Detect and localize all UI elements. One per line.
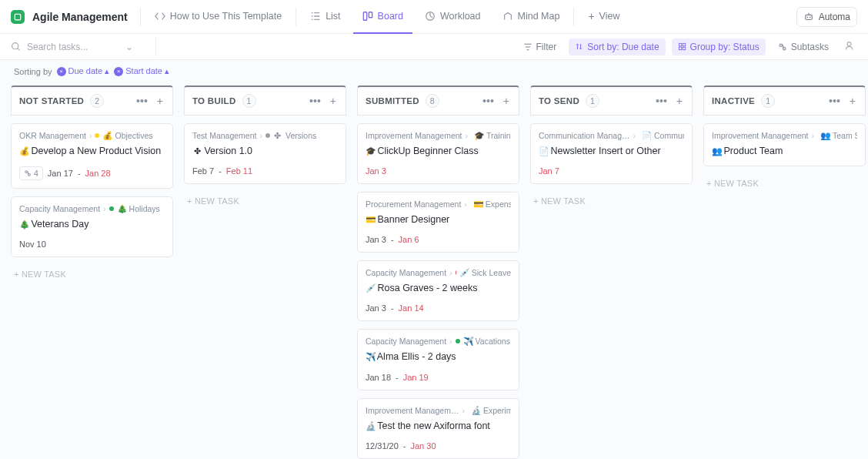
task-card[interactable]: Procurement Management›💳Expenses💳 Banner… xyxy=(357,192,519,253)
svg-point-5 xyxy=(806,16,808,18)
board: NOT STARTED2•••+OKR Management›💰Objectiv… xyxy=(0,79,868,459)
task-meta: 12/31/20-Jan 30 xyxy=(366,441,511,451)
task-meta: Jan 7 xyxy=(539,166,684,176)
task-card[interactable]: OKR Management›💰Objectives💰 Develop a Ne… xyxy=(11,123,173,189)
task-card[interactable]: Capacity Management›🎄Holidays🎄 Veterans … xyxy=(11,196,173,257)
column-menu-icon[interactable]: ••• xyxy=(135,95,149,107)
svg-rect-8 xyxy=(679,43,681,45)
task-meta: Jan 3-Jan 6 xyxy=(366,235,511,244)
crumb-folder: Experime… xyxy=(483,406,511,415)
groupby-button[interactable]: Group by: Status xyxy=(672,39,766,55)
tab-list[interactable]: List xyxy=(301,0,349,34)
svg-point-6 xyxy=(810,16,811,18)
folder-emoji-icon: 📄 xyxy=(642,131,651,140)
task-emoji-icon: ✈️ xyxy=(366,352,375,361)
date-due: Jan 7 xyxy=(539,166,559,176)
task-emoji-icon: 💳 xyxy=(366,215,375,224)
task-emoji-icon: 🎓 xyxy=(366,146,375,156)
tab-label: How to Use This Template xyxy=(170,11,282,22)
column-header[interactable]: TO BUILD1•••+ xyxy=(184,85,346,116)
task-emoji-icon: 🔬 xyxy=(366,421,375,431)
column-menu-icon[interactable]: ••• xyxy=(654,95,669,107)
task-card[interactable]: Communication Manag…›📄Communica…📄 Newsle… xyxy=(530,123,693,184)
column-count: 1 xyxy=(242,94,256,108)
filter-button[interactable]: Filter xyxy=(517,39,563,55)
task-title: 🎓 ClickUp Beginner Class xyxy=(366,144,511,158)
filter-label: Filter xyxy=(536,42,557,52)
new-task-button[interactable]: + NEW TASK xyxy=(184,192,346,210)
task-card[interactable]: Improvement Management›🎓Trainings🎓 Click… xyxy=(357,123,519,184)
subtask-badge[interactable]: 4 xyxy=(19,166,43,180)
column-name: TO BUILD xyxy=(192,96,236,106)
crumb-folder: Team Status xyxy=(833,131,857,140)
date-start: Jan 18 xyxy=(366,373,391,382)
chevron-down-icon[interactable]: ⌄ xyxy=(125,42,133,52)
plus-icon: + xyxy=(588,10,594,22)
tab-workload[interactable]: Workload xyxy=(416,0,490,34)
breadcrumb: Capacity Management›✈️Vacations xyxy=(366,337,511,346)
sort-chip-duedate[interactable]: ×Due date ▴ xyxy=(57,66,110,76)
crumb-list: Capacity Management xyxy=(366,268,446,277)
svg-rect-0 xyxy=(15,14,21,20)
assignee-filter-icon[interactable] xyxy=(841,38,857,56)
crumb-list: Procurement Management xyxy=(366,199,461,209)
column-menu-icon[interactable]: ••• xyxy=(827,95,842,107)
date-due: Jan 14 xyxy=(399,303,424,313)
column-header[interactable]: SUBMITTED8•••+ xyxy=(357,85,519,116)
column-header[interactable]: NOT STARTED2•••+ xyxy=(11,85,173,116)
column-menu-icon[interactable]: ••• xyxy=(308,95,322,107)
task-title: 🔬 Test the new Axiforma font xyxy=(366,419,511,433)
divider xyxy=(155,38,156,56)
task-meta: Feb 7-Feb 11 xyxy=(192,166,338,176)
column-add-icon[interactable]: + xyxy=(848,95,857,107)
task-emoji-icon: 💰 xyxy=(19,146,28,156)
tab-board[interactable]: Board xyxy=(353,0,412,34)
task-emoji-icon: ✤ xyxy=(192,146,202,156)
divider xyxy=(295,8,296,26)
column-name: TO SEND xyxy=(539,96,579,106)
crumb-folder: Communica… xyxy=(654,131,684,140)
svg-rect-11 xyxy=(683,47,685,49)
space-title[interactable]: Agile Management xyxy=(32,11,128,23)
add-view-button[interactable]: + View xyxy=(579,0,629,34)
folder-emoji-icon: ✈️ xyxy=(463,337,472,346)
close-icon[interactable]: × xyxy=(57,67,66,76)
close-icon[interactable]: × xyxy=(114,67,123,76)
column-header[interactable]: INACTIVE1•••+ xyxy=(703,85,866,116)
subtasks-button[interactable]: Subtasks xyxy=(772,39,835,55)
sorting-prefix: Sorting by xyxy=(14,67,52,76)
board-icon xyxy=(362,11,373,22)
column-header[interactable]: TO SEND1•••+ xyxy=(530,85,693,116)
column-add-icon[interactable]: + xyxy=(155,95,165,107)
column-not_started: NOT STARTED2•••+OKR Management›💰Objectiv… xyxy=(11,85,173,459)
column-add-icon[interactable]: + xyxy=(675,95,684,107)
date-due: Jan 6 xyxy=(399,235,419,244)
date-start: Jan 17 xyxy=(48,169,73,178)
column-add-icon[interactable]: + xyxy=(502,95,511,107)
column-add-icon[interactable]: + xyxy=(329,95,338,107)
task-card[interactable]: Test Management›✤Versions✤ Version 1.0Fe… xyxy=(184,123,346,184)
task-card[interactable]: Capacity Management›💉Sick Leave💉 Rosa Gr… xyxy=(357,260,519,321)
column-count: 1 xyxy=(586,94,599,108)
new-task-button[interactable]: + NEW TASK xyxy=(11,265,173,283)
topbar: Agile Management How to Use This Templat… xyxy=(0,0,868,34)
breadcrumb: Capacity Management›💉Sick Leave xyxy=(366,268,511,277)
automate-button[interactable]: Automa xyxy=(796,7,857,27)
sort-chip-startdate[interactable]: ×Start date ▴ xyxy=(114,66,169,76)
new-task-button[interactable]: + NEW TASK xyxy=(530,192,693,210)
search-wrap: ⌄ xyxy=(11,42,148,52)
task-card[interactable]: Improvement Managem…›🔬Experime…🔬 Test th… xyxy=(357,398,519,459)
tab-mindmap[interactable]: Mind Map xyxy=(493,0,569,34)
space-icon xyxy=(11,10,25,24)
crumb-list: Communication Manag… xyxy=(539,131,629,140)
task-meta: Jan 3 xyxy=(366,166,511,176)
tab-how-to-use[interactable]: How to Use This Template xyxy=(145,0,291,34)
breadcrumb: Improvement Managem…›🔬Experime… xyxy=(366,406,511,415)
search-input[interactable] xyxy=(27,42,119,52)
filter-bar: ⌄ Filter Sort by: Due date Group by: Sta… xyxy=(0,34,868,60)
column-menu-icon[interactable]: ••• xyxy=(481,95,496,107)
task-card[interactable]: Improvement Management›👥Team Status👥 Pro… xyxy=(703,123,866,166)
task-card[interactable]: Capacity Management›✈️Vacations✈️ Alma E… xyxy=(357,329,519,390)
new-task-button[interactable]: + NEW TASK xyxy=(703,174,866,193)
sortby-button[interactable]: Sort by: Due date xyxy=(569,39,665,55)
